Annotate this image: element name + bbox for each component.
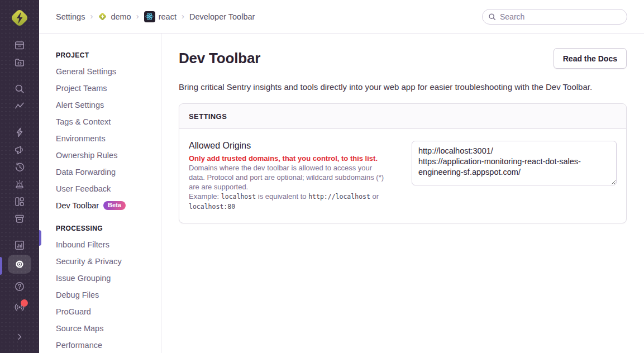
settings-gear-icon[interactable] — [0, 254, 39, 275]
replays-history-icon[interactable] — [0, 158, 39, 175]
explore-search-icon[interactable] — [0, 80, 39, 97]
code-localhost: localhost — [221, 193, 256, 201]
nav-item-environments[interactable]: Environments — [56, 130, 161, 147]
allowed-origins-warning: Only add trusted domains, that you contr… — [189, 154, 378, 163]
nav-section-title: PROJECT — [56, 51, 161, 59]
breadcrumb: Settings › — [56, 11, 255, 22]
nav-item-dev-toolbar[interactable]: Dev Toolbar Beta — [56, 197, 161, 214]
dashboards-icon[interactable] — [0, 193, 39, 210]
issues-icon[interactable] — [0, 36, 39, 54]
active-item-indicator — [39, 230, 41, 246]
nav-item-debug-files[interactable]: Debug Files — [56, 287, 161, 303]
top-header: Settings › — [39, 0, 644, 34]
nav-item-project-teams[interactable]: Project Teams — [56, 80, 161, 97]
insights-pulse-icon[interactable] — [0, 97, 39, 115]
breadcrumb-project-react[interactable]: react — [144, 11, 176, 22]
nav-item-data-forwarding[interactable]: Data Forwarding — [56, 164, 161, 180]
react-project-avatar-icon — [144, 11, 155, 22]
search-icon — [488, 13, 496, 21]
nav-item-user-feedback[interactable]: User Feedback — [56, 180, 161, 197]
code-http-localhost: http://localhost — [308, 193, 370, 201]
nav-item-tags-context[interactable]: Tags & Context — [56, 113, 161, 130]
nav-item-proguard[interactable]: ProGuard — [56, 303, 161, 320]
allowed-origins-example: Example: localhost is equivalent to http… — [189, 192, 379, 211]
settings-panel-header: SETTINGS — [179, 104, 626, 129]
settings-panel: SETTINGS Allowed Origins Only add truste… — [179, 103, 627, 223]
breadcrumb-separator-icon: › — [90, 12, 93, 20]
breadcrumb-org-label: demo — [111, 12, 131, 21]
breadcrumb-current-label: Developer Toolbar — [189, 12, 255, 21]
page-title: Dev Toolbar — [179, 50, 260, 67]
breadcrumb-project-label: react — [159, 12, 176, 21]
alerts-siren-icon[interactable] — [0, 175, 39, 193]
beta-badge: Beta — [103, 201, 126, 210]
sentry-logo[interactable] — [9, 7, 30, 31]
app-root: Settings › — [0, 0, 644, 353]
breadcrumb-settings[interactable]: Settings — [56, 12, 85, 21]
search-box — [482, 9, 627, 25]
main-content: Dev Toolbar Read the Docs Bring critical… — [161, 34, 644, 353]
projects-icon[interactable] — [0, 54, 39, 71]
breadcrumb-current-page: Developer Toolbar — [189, 12, 255, 21]
stats-chart-icon[interactable] — [0, 236, 39, 254]
nav-item-security-privacy[interactable]: Security & Privacy — [56, 253, 161, 270]
nav-item-alert-settings[interactable]: Alert Settings — [56, 97, 161, 113]
allowed-origins-label: Allowed Origins — [189, 141, 386, 151]
nav-section-project: PROJECT General Settings Project Teams A… — [56, 51, 161, 214]
collapse-chevron-icon[interactable] — [0, 328, 39, 345]
read-the-docs-button[interactable]: Read the Docs — [554, 48, 627, 69]
breadcrumb-separator-icon: › — [136, 12, 139, 20]
nav-item-ownership-rules[interactable]: Ownership Rules — [56, 147, 161, 164]
allowed-origins-field: Allowed Origins Only add trusted domains… — [189, 141, 617, 212]
notification-dot — [21, 299, 28, 307]
breadcrumb-org-demo[interactable]: demo — [98, 12, 131, 21]
nav-section-processing: PROCESSING Inbound Filters Security & Pr… — [56, 225, 161, 353]
org-avatar-icon — [98, 12, 107, 21]
search-input[interactable] — [500, 12, 621, 21]
releases-bolt-icon[interactable] — [0, 123, 39, 141]
settings-nav: PROJECT General Settings Project Teams A… — [39, 34, 161, 353]
whats-new-broadcast-icon[interactable] — [0, 298, 39, 316]
allowed-origins-help: Domains where the dev toolbar is allowed… — [189, 164, 384, 191]
breadcrumb-settings-label: Settings — [56, 12, 85, 21]
allowed-origins-textarea[interactable]: http://localhost:3001/ https://applicati… — [412, 141, 617, 185]
breadcrumb-separator-icon: › — [182, 12, 184, 20]
nav-item-issue-grouping[interactable]: Issue Grouping — [56, 270, 161, 287]
code-localhost-80: localhost:80 — [189, 203, 235, 211]
nav-item-inbound-filters[interactable]: Inbound Filters — [56, 236, 161, 253]
nav-item-general-settings[interactable]: General Settings — [56, 63, 161, 80]
nav-item-performance[interactable]: Performance — [56, 337, 161, 353]
nav-section-title: PROCESSING — [56, 225, 161, 232]
nav-item-source-maps[interactable]: Source Maps — [56, 320, 161, 337]
help-icon[interactable] — [0, 278, 39, 295]
page-description: Bring critical Sentry insights and tools… — [179, 82, 627, 92]
primary-sidebar — [0, 0, 39, 353]
feedback-megaphone-icon[interactable] — [0, 141, 39, 158]
archive-box-icon[interactable] — [0, 210, 39, 227]
